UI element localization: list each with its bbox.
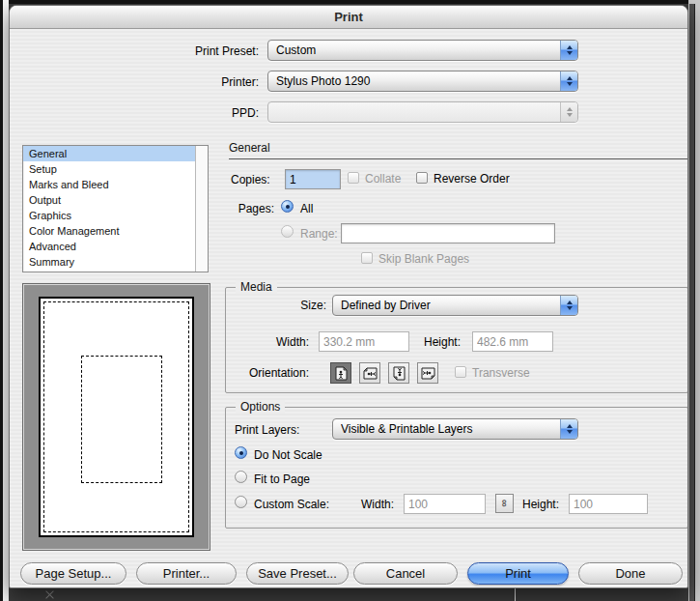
print-layers-label: Print Layers:	[235, 423, 299, 437]
pages-all-label[interactable]: All	[300, 202, 313, 215]
sidebar-item-output[interactable]: Output	[23, 192, 208, 208]
reverse-order-checkbox[interactable]	[416, 172, 428, 184]
sidebar-item-graphics[interactable]: Graphics	[23, 208, 208, 223]
popup-stepper-icon	[560, 296, 577, 315]
background-close-glyph	[45, 590, 54, 599]
ppd-popup	[267, 101, 578, 123]
print-dialog: Print Print Preset: Custom Printer: Styl…	[9, 5, 688, 588]
orientation-portrait-reverse-button[interactable]	[388, 362, 409, 384]
fit-to-page-radio[interactable]	[235, 471, 247, 483]
orientation-portrait-icon	[335, 366, 348, 381]
media-size-label: Size:	[230, 299, 326, 312]
printer-label: Printer:	[114, 75, 259, 89]
chain-link-icon: ∞	[499, 500, 511, 507]
reverse-order-label[interactable]: Reverse Order	[434, 172, 510, 186]
do-not-scale-label[interactable]: Do Not Scale	[254, 448, 322, 462]
print-layers-value: Visible & Printable Layers	[341, 422, 560, 436]
background-scrollbar-strip	[689, 4, 695, 601]
custom-scale-radio[interactable]	[235, 496, 247, 508]
page-setup-button[interactable]: Page Setup...	[20, 562, 126, 585]
print-layers-popup[interactable]: Visible & Printable Layers	[332, 418, 578, 440]
options-group-title: Options	[236, 400, 285, 414]
pages-all-radio[interactable]	[281, 200, 294, 213]
done-button[interactable]: Done	[578, 562, 683, 585]
popup-stepper-icon	[560, 41, 577, 60]
print-preset-value: Custom	[276, 43, 560, 57]
background-guide-line	[515, 588, 516, 601]
constrain-link-button[interactable]: ∞	[495, 494, 514, 513]
media-group-title: Media	[236, 280, 277, 294]
pages-range-input[interactable]	[341, 223, 555, 243]
preview-document-page	[81, 356, 161, 483]
copies-label: Copies:	[231, 173, 270, 186]
collate-label: Collate	[365, 172, 401, 186]
custom-scale-label[interactable]: Custom Scale:	[254, 498, 329, 511]
print-preset-popup[interactable]: Custom	[267, 40, 578, 61]
preview-paper	[39, 297, 194, 537]
sidebar-item-advanced[interactable]: Advanced	[23, 239, 208, 254]
media-size-value: Defined by Driver	[341, 299, 560, 312]
orientation-landscape-right-button[interactable]	[417, 362, 438, 384]
pages-range-label: Range:	[300, 227, 338, 241]
save-preset-button[interactable]: Save Preset...	[246, 562, 349, 585]
orientation-portrait-button[interactable]	[330, 362, 351, 384]
printer-button[interactable]: Printer...	[136, 562, 237, 585]
cancel-button[interactable]: Cancel	[353, 562, 458, 585]
dialog-title: Print	[334, 10, 363, 24]
transverse-checkbox	[455, 366, 466, 378]
media-height-label: Height:	[415, 335, 461, 349]
transverse-label: Transverse	[472, 366, 530, 380]
orientation-portrait-reverse-icon	[393, 366, 406, 381]
popup-stepper-icon	[560, 72, 577, 91]
print-button[interactable]: Print	[467, 562, 569, 585]
skip-blank-pages-label: Skip Blank Pages	[378, 252, 469, 266]
printer-popup[interactable]: Stylus Photo 1290	[267, 71, 578, 92]
sections-list: General Setup Marks and Bleed Output Gra…	[22, 145, 209, 272]
collate-checkbox	[348, 172, 359, 184]
skip-blank-pages-checkbox	[361, 252, 373, 264]
pages-label: Pages:	[197, 202, 274, 215]
pages-range-radio	[281, 225, 294, 238]
print-preset-label: Print Preset:	[114, 44, 259, 58]
orientation-label: Orientation:	[249, 366, 309, 380]
sidebar-item-color-management[interactable]: Color Management	[23, 223, 208, 239]
page-preview	[22, 283, 210, 551]
custom-scale-width-input	[404, 494, 486, 514]
media-height-input	[472, 331, 553, 352]
orientation-landscape-right-icon	[421, 367, 435, 380]
orientation-landscape-left-icon	[363, 367, 378, 380]
sidebar-item-setup[interactable]: Setup	[23, 161, 208, 177]
panel-heading: General	[229, 141, 688, 159]
media-size-popup[interactable]: Defined by Driver	[332, 295, 578, 316]
copies-input[interactable]	[285, 169, 341, 189]
fit-to-page-label[interactable]: Fit to Page	[254, 472, 310, 486]
popup-stepper-icon	[560, 102, 577, 122]
ppd-label: PPD:	[114, 106, 259, 120]
media-width-label: Width:	[249, 335, 309, 349]
background-top-strip	[0, 0, 700, 4]
background-bottom-area	[9, 588, 688, 601]
custom-scale-width-label: Width:	[361, 498, 394, 511]
popup-stepper-icon	[560, 419, 577, 439]
sidebar-item-marks-and-bleed[interactable]: Marks and Bleed	[23, 177, 208, 192]
custom-scale-height-input	[569, 494, 648, 514]
orientation-landscape-left-button[interactable]	[359, 362, 380, 384]
media-width-input	[319, 331, 409, 352]
printer-value: Stylus Photo 1290	[276, 74, 560, 88]
do-not-scale-radio[interactable]	[235, 446, 247, 459]
sidebar-item-summary[interactable]: Summary	[23, 254, 208, 270]
sidebar-item-general[interactable]: General	[23, 146, 208, 161]
custom-scale-height-label: Height:	[522, 498, 559, 511]
dialog-titlebar[interactable]: Print	[10, 6, 687, 29]
